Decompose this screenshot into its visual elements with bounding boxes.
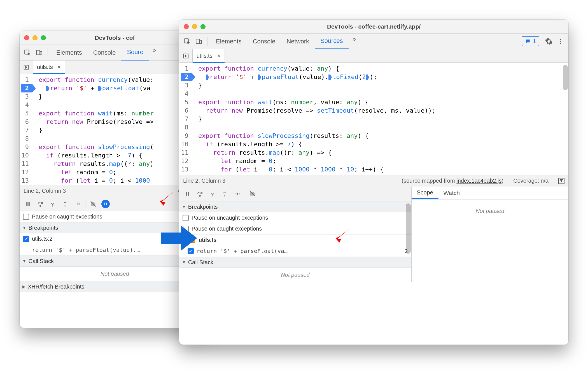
minimize-icon[interactable] <box>192 24 197 29</box>
settings-icon[interactable] <box>543 36 554 47</box>
panel-tab-console[interactable]: Console <box>247 34 281 49</box>
step-out-icon[interactable] <box>59 198 71 210</box>
step-out-icon[interactable] <box>218 188 231 200</box>
breakpoint-file-row[interactable]: ▼ utils.ts <box>179 234 411 245</box>
line-number[interactable]: 7 <box>21 126 32 134</box>
minimize-icon[interactable] <box>32 35 38 40</box>
debugger-panes: ▼ Breakpoints Pause on uncaught exceptio… <box>179 187 568 282</box>
panel-tab-sourc[interactable]: Sourc <box>121 45 148 61</box>
more-tabs-icon[interactable]: » <box>349 34 360 45</box>
line-number[interactable]: 12 <box>181 157 192 165</box>
line-number[interactable]: 12 <box>21 168 32 176</box>
zoom-icon[interactable] <box>41 35 46 40</box>
panel-tab-console[interactable]: Console <box>88 45 122 61</box>
file-tab-utils[interactable]: utils.ts × <box>33 61 65 74</box>
file-tab-utils[interactable]: utils.ts × <box>193 49 225 62</box>
device-toggle-icon[interactable] <box>193 36 204 47</box>
line-number[interactable]: 1 <box>21 76 32 84</box>
code-line[interactable]: export function wait(ms: number, value: … <box>198 98 565 106</box>
line-number[interactable]: 4 <box>181 90 192 98</box>
step-into-icon[interactable] <box>46 198 59 210</box>
more-icon[interactable] <box>555 36 566 47</box>
line-number[interactable]: 8 <box>21 134 32 143</box>
breakpoints-header[interactable]: ▼ Breakpoints <box>179 201 411 212</box>
code-line[interactable]: for (let i = 0; i < 1000 * 1000 * 10; i+… <box>198 165 565 174</box>
line-number[interactable]: 11 <box>21 160 32 168</box>
line-number[interactable]: 5 <box>21 109 32 118</box>
line-number[interactable]: 10 <box>21 151 32 160</box>
pause-on-uncaught-row[interactable]: Pause on uncaught exceptions <box>179 212 411 223</box>
line-number[interactable]: 4 <box>21 101 32 109</box>
code-line[interactable]: return new Promise(resolve => setTimeout… <box>198 106 565 115</box>
show-navigator-icon[interactable] <box>20 61 33 74</box>
panel-tab-sources[interactable]: Sources <box>315 34 349 49</box>
line-number[interactable]: 2 <box>181 73 192 81</box>
inspect-icon[interactable] <box>181 36 193 47</box>
checkbox-icon[interactable]: ✓ <box>23 236 29 242</box>
step-over-icon[interactable] <box>194 188 206 200</box>
pause-icon[interactable] <box>22 198 34 210</box>
code-line[interactable] <box>198 123 565 132</box>
zoom-icon[interactable] <box>200 24 206 29</box>
step-over-icon[interactable] <box>34 198 46 210</box>
step-into-icon[interactable] <box>206 188 218 200</box>
code-line[interactable] <box>198 90 565 98</box>
show-navigator-icon[interactable] <box>179 49 193 62</box>
code-line[interactable]: return results.map((r: any) => { <box>198 148 565 157</box>
expand-icon[interactable]: ▾ <box>558 178 564 184</box>
code-editor[interactable]: 12345678910111213 export function curren… <box>179 63 568 175</box>
deactivate-breakpoints-icon[interactable] <box>87 198 99 210</box>
cursor-position: Line 2, Column 3 <box>183 178 225 184</box>
more-tabs-icon[interactable]: » <box>149 45 160 56</box>
panel-tab-elements[interactable]: Elements <box>51 45 88 61</box>
panel-tab-elements[interactable]: Elements <box>210 34 247 49</box>
close-icon[interactable] <box>184 24 189 29</box>
deactivate-breakpoints-icon[interactable] <box>247 188 259 200</box>
breakpoint-item[interactable]: ✓ return '$' + parseFloat(va… 2 <box>179 245 411 257</box>
checkbox-icon[interactable] <box>23 214 29 220</box>
svg-rect-1 <box>36 50 40 55</box>
device-toggle-icon[interactable] <box>34 47 45 58</box>
line-number[interactable]: 6 <box>21 118 32 126</box>
line-number[interactable]: 11 <box>181 148 192 157</box>
line-number[interactable]: 9 <box>21 143 32 151</box>
code-line[interactable]: if (results.length >= 7) { <box>198 140 565 148</box>
line-number[interactable]: 2 <box>21 84 32 92</box>
line-number[interactable]: 5 <box>181 98 192 106</box>
line-number[interactable]: 7 <box>181 115 192 123</box>
step-icon[interactable] <box>71 198 83 210</box>
pause-on-exceptions-icon[interactable] <box>99 198 112 210</box>
inspect-icon[interactable] <box>22 47 33 58</box>
sourcemap-link[interactable]: index.1ac4eab2.js <box>456 178 501 184</box>
line-number[interactable]: 10 <box>181 140 192 148</box>
line-number[interactable]: 1 <box>181 64 192 73</box>
close-icon[interactable] <box>24 35 29 40</box>
close-tab-icon[interactable]: × <box>57 64 61 71</box>
close-tab-icon[interactable]: × <box>217 52 221 60</box>
line-number[interactable]: 13 <box>21 176 32 185</box>
line-number[interactable]: 13 <box>181 165 192 174</box>
chevron-right-icon: ▶ <box>22 284 25 289</box>
callstack-header[interactable]: ▼ Call Stack <box>179 257 411 268</box>
issues-badge[interactable]: 1 <box>522 36 539 46</box>
tab-watch[interactable]: Watch <box>438 187 465 199</box>
tab-scope[interactable]: Scope <box>412 187 438 199</box>
line-number[interactable]: 3 <box>21 92 32 101</box>
line-number[interactable]: 3 <box>181 81 192 90</box>
line-number[interactable]: 9 <box>181 132 192 140</box>
checkbox-icon[interactable] <box>183 215 189 221</box>
code-line[interactable]: return '$' + parseFloat(value).toFixed(2… <box>198 73 565 81</box>
code-line[interactable]: let random = 0; <box>198 157 565 165</box>
scrollbar[interactable] <box>406 203 411 254</box>
line-number[interactable]: 8 <box>181 123 192 132</box>
code-line[interactable]: export function slowProcessing(results: … <box>198 132 565 140</box>
step-icon[interactable] <box>231 188 243 200</box>
code-line[interactable]: } <box>198 81 565 90</box>
pause-icon[interactable] <box>181 188 194 200</box>
scrollbar[interactable] <box>563 65 568 90</box>
code-line[interactable]: } <box>198 115 565 123</box>
pause-on-caught-row[interactable]: Pause on caught exceptions <box>179 223 411 234</box>
code-line[interactable]: export function currency(value: any) { <box>198 64 565 73</box>
line-number[interactable]: 6 <box>181 106 192 115</box>
panel-tab-network[interactable]: Network <box>281 34 315 49</box>
